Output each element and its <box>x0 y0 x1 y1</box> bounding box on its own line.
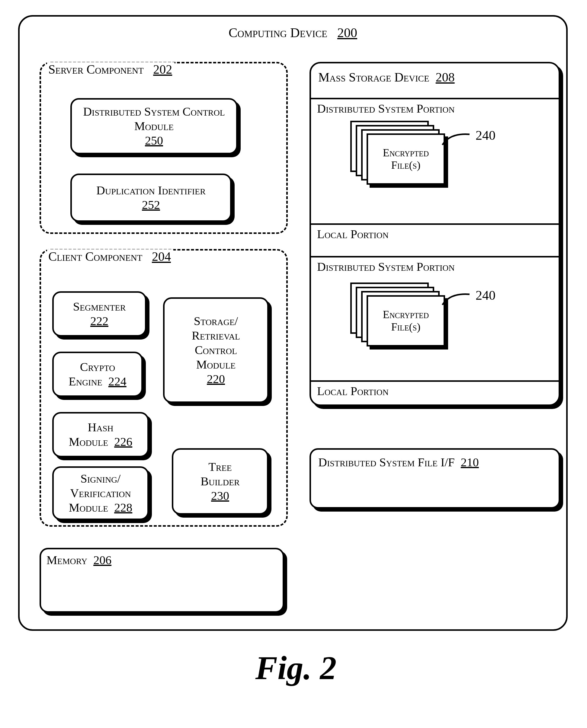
tree-l2: Builder <box>201 475 239 488</box>
hash-module: Hash Module 226 <box>52 412 149 457</box>
computing-device-box: Computing Device 200 Server Component 20… <box>18 15 568 631</box>
title-text: Computing Device <box>229 25 327 40</box>
encrypted-files-label: Encrypted File(s) <box>383 147 429 172</box>
segmenter-text: Segmenter <box>73 300 126 313</box>
title-num: 200 <box>337 25 357 40</box>
file-card-icon: Encrypted File(s) <box>367 295 445 346</box>
crypto-l2: Engine <box>69 374 102 388</box>
encfile-l1b: Encrypted <box>383 309 429 320</box>
mass-divider <box>311 223 559 225</box>
server-component-label: Server Component 202 <box>47 62 174 77</box>
tree-builder-module: Tree Builder 230 <box>172 448 268 515</box>
callout-240-2: 240 <box>475 288 495 303</box>
duplication-identifier: Duplication Identifier 252 <box>70 173 232 222</box>
mass-divider <box>311 380 559 382</box>
crypto-l1: Crypto <box>80 360 115 374</box>
srcm-l2: Retrieval <box>192 329 240 342</box>
signing-verification-module: Signing/ Verification Module 228 <box>52 466 149 520</box>
callout-line-icon <box>441 131 480 152</box>
crypto-engine-module: Crypto Engine 224 <box>52 351 143 397</box>
segmenter-num: 222 <box>90 314 109 328</box>
hash-l1: Hash <box>88 420 114 434</box>
hash-label: Hash Module 226 <box>56 420 145 449</box>
dupid-num: 252 <box>142 198 160 212</box>
client-label-num: 204 <box>152 250 171 264</box>
callout-line-icon <box>441 291 480 312</box>
encfile-l2: File(s) <box>391 159 421 171</box>
dupid-label: Duplication Identifier 252 <box>76 183 226 212</box>
crypto-num: 224 <box>109 374 126 388</box>
client-label-text: Client Component <box>48 250 142 264</box>
signing-num: 228 <box>114 501 132 514</box>
mass-storage-device-box: Mass Storage Device 208 Distributed Syst… <box>309 62 560 406</box>
encrypted-files-stack-2: Encrypted File(s) <box>350 283 453 352</box>
local-label-1: Local Portion <box>317 227 389 241</box>
signing-l2: Verification <box>70 486 131 500</box>
srcm-l1: Storage/ <box>194 314 238 328</box>
mass-divider <box>311 98 559 99</box>
memory-num: 206 <box>93 553 112 567</box>
dupid-text: Duplication Identifier <box>96 184 206 197</box>
encrypted-files-stack-1: Encrypted File(s) <box>350 121 453 190</box>
segmenter-module: Segmenter 222 <box>52 291 146 337</box>
srcm-label: Storage/ Retrieval Control Module 220 <box>167 314 265 386</box>
figure-caption: Fig. 2 <box>255 649 337 687</box>
mass-title: Mass Storage Device 208 <box>318 70 455 84</box>
tree-l1: Tree <box>208 460 232 474</box>
dscm-num: 250 <box>145 134 163 147</box>
dsf-text: Distributed System File I/F <box>318 456 455 469</box>
local-label-2: Local Portion <box>317 384 389 398</box>
dscm-text: Distributed System Control Module <box>83 105 225 133</box>
encfile-l2b: File(s) <box>391 321 421 333</box>
srcm-l4: Module <box>196 358 236 371</box>
dscm-label: Distributed System Control Module 250 <box>76 104 232 148</box>
distributed-system-file-if: Distributed System File I/F 210 <box>309 448 560 509</box>
file-card-icon: Encrypted File(s) <box>367 134 445 185</box>
callout-240-1: 240 <box>475 128 495 143</box>
srcm-num: 220 <box>207 372 225 386</box>
mass-text: Mass Storage Device <box>318 70 429 84</box>
distributed-system-control-module: Distributed System Control Module 250 <box>70 98 238 154</box>
signing-l3: Module <box>69 501 108 514</box>
server-label-text: Server Component <box>48 63 144 76</box>
tree-num: 230 <box>211 489 229 503</box>
signing-l1: Signing/ <box>80 472 121 485</box>
dsf-label: Distributed System File I/F 210 <box>318 455 479 469</box>
hash-l2: Module <box>69 435 108 448</box>
encrypted-files-label: Encrypted File(s) <box>383 309 429 334</box>
srcm-l3: Control <box>195 343 237 357</box>
signing-label: Signing/ Verification Module 228 <box>56 471 145 515</box>
segmenter-label: Segmenter 222 <box>56 299 143 329</box>
encfile-l1: Encrypted <box>383 147 429 159</box>
memory-box: Memory 206 <box>40 548 284 613</box>
server-label-num: 202 <box>153 63 172 76</box>
storage-retrieval-control-module: Storage/ Retrieval Control Module 220 <box>163 297 269 403</box>
tree-label: Tree Builder 230 <box>176 460 265 503</box>
dsp-label-2: Distributed System Portion <box>317 260 455 274</box>
dsp-label-1: Distributed System Portion <box>317 101 455 116</box>
mass-num: 208 <box>436 70 455 84</box>
computing-device-title: Computing Device 200 <box>229 25 357 41</box>
client-component-label: Client Component 204 <box>47 249 173 264</box>
mass-divider <box>311 256 559 258</box>
dsf-num: 210 <box>461 456 479 469</box>
memory-label: Memory 206 <box>47 553 112 567</box>
memory-text: Memory <box>47 553 87 567</box>
crypto-label: Crypto Engine 224 <box>56 360 139 389</box>
hash-num: 226 <box>114 435 132 448</box>
